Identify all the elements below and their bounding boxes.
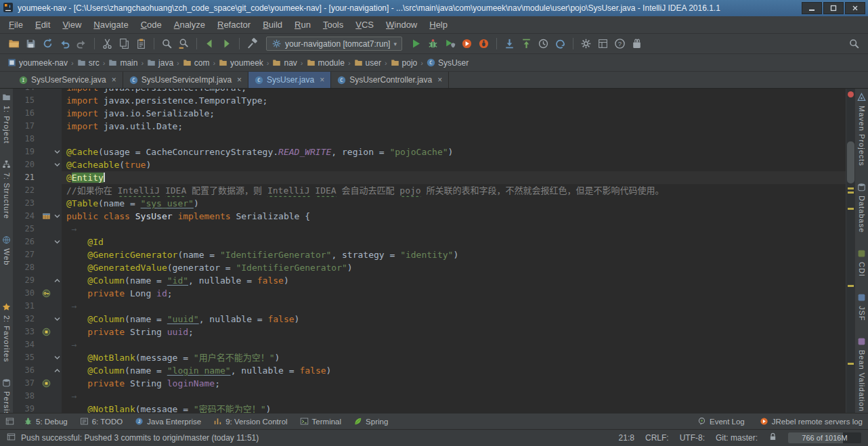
code-line-25[interactable]: 25 →: [14, 223, 846, 236]
code-line-30[interactable]: 30 private Long id;: [14, 287, 846, 300]
code-line-16[interactable]: 16import java.io.Serializable;: [14, 107, 846, 120]
menu-refactor[interactable]: Refactor: [211, 18, 257, 32]
fold-marker-icon[interactable]: [53, 364, 62, 377]
jpa-id-icon[interactable]: [39, 287, 53, 300]
git-branch-widget[interactable]: Git: master:: [716, 433, 758, 443]
encoding-widget[interactable]: UTF-8:: [680, 433, 705, 443]
paste-icon[interactable]: [133, 36, 150, 52]
tool-button-database[interactable]: Database: [857, 183, 866, 233]
settings-icon[interactable]: [578, 36, 594, 52]
code-line-21[interactable]: 21@Entity: [14, 171, 846, 184]
toolwindow-9-version-control[interactable]: 9: Version Control: [213, 417, 287, 426]
warning-stripe-mark[interactable]: [848, 285, 854, 287]
tab-sysuser-java[interactable]: CSysUser.java×: [248, 72, 331, 88]
minimize-button[interactable]: [802, 2, 822, 14]
code-line-17[interactable]: 17import java.util.Date;: [14, 120, 846, 133]
menu-edit[interactable]: Edit: [29, 18, 56, 32]
code-line-29[interactable]: 29 @Column(name = "id", nullable = false…: [14, 274, 846, 287]
maximize-button[interactable]: [823, 2, 844, 14]
lock-icon[interactable]: [768, 432, 777, 443]
search-everywhere-icon[interactable]: [846, 36, 863, 52]
warning-stripe-mark[interactable]: [848, 192, 854, 194]
tool-button-web[interactable]: Web: [2, 236, 11, 265]
tool-button-cdi[interactable]: CDI: [857, 249, 866, 277]
toolwindow-toggle-icon[interactable]: [5, 417, 14, 426]
code-line-19[interactable]: 19@Cache(usage = CacheConcurrencyStrateg…: [14, 146, 846, 158]
menu-navigate[interactable]: Navigate: [87, 18, 134, 32]
toolwindow-spring[interactable]: Spring: [353, 417, 388, 426]
breadcrumb-youmeek[interactable]: youmeek: [218, 57, 264, 69]
code-line-33[interactable]: 33 private String uuid;: [14, 326, 846, 338]
jpa-column-icon[interactable]: [39, 326, 53, 338]
menu-help[interactable]: Help: [423, 18, 454, 32]
tab-close-icon[interactable]: ×: [112, 75, 116, 85]
undo-icon[interactable]: [56, 36, 73, 52]
code-line-37[interactable]: 37 private String loginName;: [14, 377, 846, 390]
code-line-15[interactable]: 15import javax.persistence.TemporalType;: [14, 94, 846, 107]
warning-stripe-mark[interactable]: [848, 187, 854, 189]
toolwindow-terminal[interactable]: Terminal: [300, 417, 341, 426]
caret-position-widget[interactable]: 21:8: [619, 433, 634, 443]
jpa-column-icon[interactable]: [39, 377, 53, 390]
fold-marker-icon[interactable]: [53, 351, 62, 364]
menu-run[interactable]: Run: [288, 18, 317, 32]
plugin-icon[interactable]: [628, 36, 645, 52]
fold-marker-icon[interactable]: [53, 146, 62, 158]
code-line-28[interactable]: 28 @GeneratedValue(generator = "Identifi…: [14, 261, 846, 274]
code-line-27[interactable]: 27 @GenericGenerator(name = "IdentifierG…: [14, 248, 846, 261]
breadcrumb-java[interactable]: java: [146, 57, 174, 69]
make-project-icon[interactable]: [244, 36, 261, 52]
save-all-icon[interactable]: [22, 36, 39, 52]
title-bar[interactable]: youmeek-nav - [C:\Users\zhangchaohuang\z…: [0, 0, 868, 16]
menu-file[interactable]: File: [3, 18, 29, 32]
line-separator-widget[interactable]: CRLF:: [645, 433, 669, 443]
toolwindow-event-log[interactable]: Event Log: [697, 417, 745, 426]
toolwindow-6-todo[interactable]: 6: TODO: [80, 417, 123, 426]
synchronize-icon[interactable]: [39, 36, 56, 52]
code-line-23[interactable]: 23@Table(name = "sys_user"): [14, 197, 846, 210]
memory-indicator[interactable]: 766 of 1016M: [788, 432, 861, 443]
fold-marker-icon[interactable]: [53, 313, 62, 326]
menu-vcs[interactable]: VCS: [349, 18, 380, 32]
tab-close-icon[interactable]: ×: [320, 75, 324, 85]
code-line-35[interactable]: 35 @NotBlank(message = "用户名不能为空！"): [14, 351, 846, 364]
breadcrumb-youmeek-nav[interactable]: youmeek-nav: [7, 57, 68, 69]
back-icon[interactable]: [201, 36, 218, 52]
redo-icon[interactable]: [73, 36, 90, 52]
tool-button-bean-validation[interactable]: Bean Validation: [857, 337, 866, 411]
forward-icon[interactable]: [218, 36, 235, 52]
fold-marker-icon[interactable]: [53, 158, 62, 171]
vcs-history-icon[interactable]: [535, 36, 552, 52]
coverage-icon[interactable]: [441, 36, 458, 52]
tool-button-1-project[interactable]: 1: Project: [2, 93, 11, 143]
breadcrumb-main[interactable]: main: [108, 57, 138, 69]
cut-icon[interactable]: [99, 36, 116, 52]
code-line-18[interactable]: 18: [14, 133, 846, 146]
code-line-26[interactable]: 26 @Id: [14, 236, 846, 248]
editor[interactable]: 14import javax.persistence.Temporal;15im…: [14, 89, 854, 413]
open-file-icon[interactable]: [5, 36, 22, 52]
toolwindow-java-enterprise[interactable]: JJava Enterprise: [135, 417, 201, 426]
scrollbar-thumb[interactable]: [847, 141, 854, 183]
code-line-14[interactable]: 14import javax.persistence.Temporal;: [14, 89, 846, 94]
debug-with-jrebel-icon[interactable]: [475, 36, 492, 52]
tab-close-icon[interactable]: ×: [437, 75, 442, 85]
fold-marker-icon[interactable]: [53, 236, 62, 248]
editor-scrollbar[interactable]: [846, 89, 854, 413]
project-structure-icon[interactable]: [594, 36, 611, 52]
code-line-39[interactable]: 39 @NotBlank(message = "密码不能为空！"): [14, 403, 846, 413]
run-configuration-select[interactable]: your-navigation [tomcat7:run] ▾: [266, 37, 402, 51]
code-line-20[interactable]: 20@Cacheable(true): [14, 158, 846, 171]
find-icon[interactable]: [158, 36, 175, 52]
update-project-icon[interactable]: [501, 36, 518, 52]
fold-marker-icon[interactable]: [53, 274, 62, 287]
run-icon[interactable]: [408, 36, 425, 52]
code-line-31[interactable]: 31 →: [14, 300, 846, 313]
tab-sysuserservice-java[interactable]: ISysUserService.java×: [13, 72, 123, 88]
menu-tools[interactable]: Tools: [317, 18, 349, 32]
statusbar-toggle-icon[interactable]: [7, 432, 16, 443]
replace-icon[interactable]: [175, 36, 192, 52]
warning-stripe-mark[interactable]: [848, 208, 854, 210]
menu-analyze[interactable]: Analyze: [168, 18, 211, 32]
fold-marker-icon[interactable]: [53, 210, 62, 223]
